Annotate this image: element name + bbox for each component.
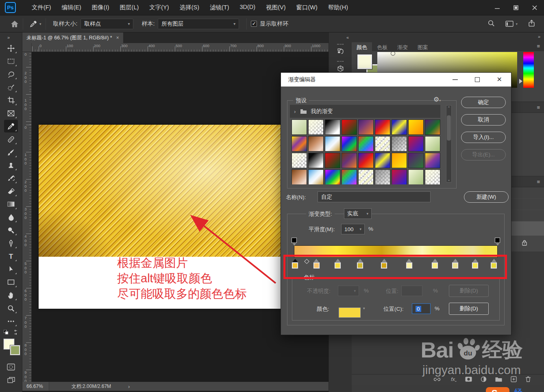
menu-item[interactable]: 选择(S): [174, 0, 205, 15]
gear-icon[interactable]: ⚙▾: [433, 95, 441, 103]
eyedropper-tool-icon[interactable]: ▾: [30, 20, 41, 28]
home-icon[interactable]: [11, 20, 19, 28]
swap-colors-icon[interactable]: [4, 330, 18, 335]
sample-size-select[interactable]: 取样点▾: [81, 19, 133, 29]
color-field-cursor[interactable]: [391, 51, 395, 56]
quick-selection-tool[interactable]: [4, 81, 18, 93]
toolbar-expand-icon[interactable]: »: [0, 32, 22, 41]
gradient-preset-swatch[interactable]: [392, 169, 407, 184]
panel-grip[interactable]: [337, 44, 344, 45]
gradient-preset-swatch[interactable]: [308, 119, 324, 135]
panel-menu-icon[interactable]: ≡: [537, 179, 540, 185]
opacity-stop[interactable]: [292, 238, 297, 243]
new-button[interactable]: 新建(W): [464, 191, 509, 203]
gradient-preset-swatch[interactable]: [375, 153, 390, 168]
marquee-tool[interactable]: [4, 55, 18, 67]
hue-strip[interactable]: [523, 52, 534, 88]
rectangle-tool[interactable]: [4, 276, 18, 288]
gradient-preset-swatch[interactable]: [342, 153, 357, 168]
gradient-preset-swatch[interactable]: [425, 119, 440, 135]
gradient-preset-swatch[interactable]: [325, 119, 340, 135]
zoom-tool[interactable]: [4, 302, 18, 314]
menu-item[interactable]: 3D(D): [234, 0, 261, 15]
smoothness-select[interactable]: 100▾: [341, 224, 365, 234]
gradient-preset-swatch[interactable]: [408, 136, 424, 152]
gradient-preset-swatch[interactable]: [375, 119, 390, 135]
gradient-preset-swatch[interactable]: [408, 119, 424, 135]
gradient-preset-swatch[interactable]: [292, 136, 307, 152]
folder-chevron-icon[interactable]: ›: [294, 108, 296, 115]
gradient-preset-swatch[interactable]: [325, 136, 340, 152]
stop-color-swatch[interactable]: [339, 308, 361, 318]
presets-scrollbar[interactable]: ⌃ ⌄: [446, 105, 452, 182]
move-tool[interactable]: [4, 42, 18, 54]
gradient-preset-swatch[interactable]: [325, 153, 340, 168]
background-color-swatch[interactable]: [10, 345, 20, 355]
gradient-preset-swatch[interactable]: [358, 119, 374, 135]
menu-item[interactable]: 文件(F): [26, 0, 57, 15]
blur-tool[interactable]: [4, 211, 18, 223]
gradient-preset-swatch[interactable]: [358, 153, 374, 168]
crop-tool[interactable]: [4, 94, 18, 106]
eraser-tool[interactable]: [4, 185, 18, 197]
menu-item[interactable]: 滤镜(T): [205, 0, 235, 15]
import-button[interactable]: 导入(I)...: [461, 132, 506, 143]
ok-button[interactable]: 确定: [461, 97, 506, 108]
name-input[interactable]: 自定: [318, 191, 431, 202]
folder-icon[interactable]: [495, 376, 502, 383]
cancel-button[interactable]: 取消: [461, 114, 506, 126]
scrollbar-thumb[interactable]: [447, 115, 451, 141]
eyedropper-tool[interactable]: [4, 120, 18, 132]
gradient-preset-swatch[interactable]: [408, 153, 424, 168]
panel-grip[interactable]: [337, 61, 344, 62]
menu-item[interactable]: 编辑(E): [57, 0, 87, 15]
scroll-down-icon[interactable]: ⌄: [446, 178, 451, 182]
expand-panels-icon[interactable]: »: [352, 32, 544, 41]
maximize-button[interactable]: [507, 0, 525, 15]
gradient-preset-swatch[interactable]: [292, 119, 307, 135]
gradient-preset-swatch[interactable]: [408, 169, 424, 184]
workspace-icon[interactable]: ▾: [505, 21, 518, 27]
frame-tool[interactable]: [4, 107, 18, 119]
history-brush-tool[interactable]: [4, 172, 18, 184]
gradient-preset-swatch[interactable]: [292, 169, 307, 184]
menu-item[interactable]: 视图(V): [261, 0, 291, 15]
pen-tool[interactable]: [4, 237, 18, 249]
adjustment-icon[interactable]: [481, 376, 487, 384]
history-panel-icon[interactable]: [334, 45, 346, 58]
close-tab-icon[interactable]: ×: [116, 35, 119, 41]
gradient-tool[interactable]: [4, 198, 18, 210]
gradient-preset-swatch[interactable]: [308, 153, 324, 168]
clone-stamp-tool[interactable]: [4, 159, 18, 171]
menu-item[interactable]: 文字(Y): [144, 0, 174, 15]
ellipsis-tool[interactable]: [4, 315, 18, 327]
show-sampling-ring-checkbox[interactable]: ✓: [251, 21, 257, 27]
position-c-input[interactable]: 0: [412, 303, 431, 314]
dodge-tool[interactable]: [4, 224, 18, 236]
dialog-close-icon[interactable]: ✕: [497, 77, 502, 82]
panel-menu-icon[interactable]: ≡: [537, 104, 540, 110]
collapse-panels-icon[interactable]: «: [329, 32, 352, 41]
search-icon[interactable]: [487, 19, 495, 28]
scroll-up-icon[interactable]: ⌃: [446, 106, 451, 110]
path-selection-tool[interactable]: [4, 263, 18, 275]
gradient-preset-swatch[interactable]: [392, 153, 407, 168]
hue-slider-arrow[interactable]: [519, 79, 522, 84]
gradient-preset-swatch[interactable]: [358, 169, 374, 184]
minimize-button[interactable]: [488, 0, 507, 15]
gradient-preset-swatch[interactable]: [392, 136, 407, 152]
gradient-preset-swatch[interactable]: [375, 169, 390, 184]
menu-item[interactable]: 图像(I): [87, 0, 115, 15]
opacity-stop[interactable]: [495, 238, 500, 243]
brush-tool[interactable]: [4, 146, 18, 158]
delete-stop-button[interactable]: 删除(D): [449, 303, 489, 315]
gradient-preset-swatch[interactable]: [292, 153, 307, 168]
gradient-preset-swatch[interactable]: [425, 136, 440, 152]
menu-item[interactable]: 帮助(H): [323, 0, 353, 15]
gradient-type-select[interactable]: 实底▾: [344, 208, 372, 219]
dialog-maximize-icon[interactable]: [475, 77, 480, 82]
dialog-title-bar[interactable]: 渐变编辑器 ✕: [281, 73, 511, 87]
link-icon[interactable]: [433, 376, 441, 383]
share-icon[interactable]: [528, 19, 535, 28]
gradient-preset-swatch[interactable]: [342, 136, 357, 152]
